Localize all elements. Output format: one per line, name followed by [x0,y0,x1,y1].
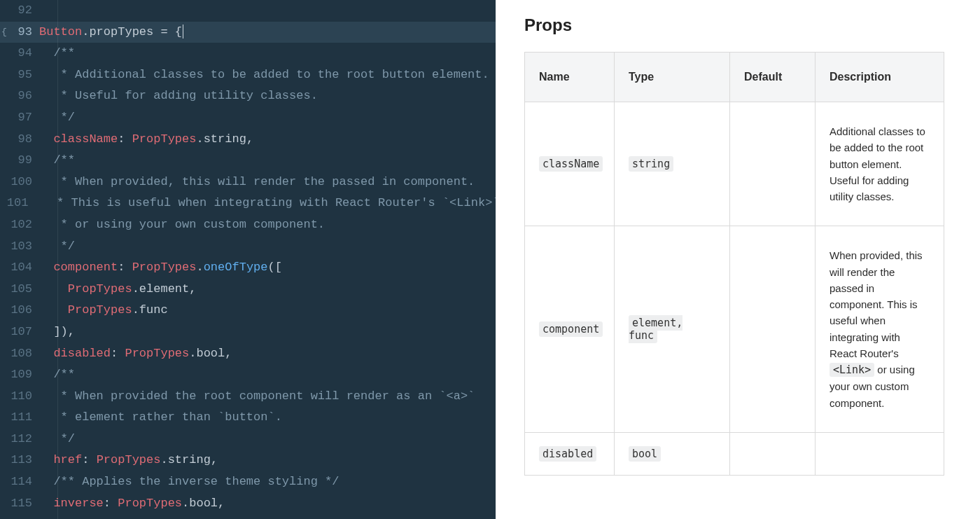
prop-default-cell [730,102,816,226]
code-content[interactable]: * This is useful when integrating with R… [35,193,496,214]
code-line[interactable]: 98 className: PropTypes.string, [0,129,496,151]
prop-type: string [629,156,673,172]
code-content[interactable]: * Additional classes to be added to the … [39,64,489,86]
code-token: /** [53,153,75,167]
code-token [39,497,53,510]
code-token: /** [53,46,75,60]
line-number: 100 [8,172,39,193]
fold-gutter[interactable] [0,150,8,172]
code-content[interactable]: PropTypes.element, [39,279,196,300]
code-line[interactable]: 97 */ [0,107,496,129]
fold-gutter[interactable] [0,257,8,279]
code-line[interactable]: 111 * element rather than `button`. [0,407,496,429]
code-token: : [118,261,132,274]
code-token [39,282,68,296]
prop-name-cell: component [525,226,615,433]
code-content[interactable]: Button.propTypes = { [39,22,183,43]
code-content[interactable]: * or using your own custom component. [39,214,325,236]
fold-gutter[interactable] [0,493,8,515]
prop-name-cell: className [525,102,615,226]
fold-gutter[interactable] [0,343,8,365]
fold-gutter[interactable] [0,386,8,408]
code-content[interactable]: className: PropTypes.string, [39,129,253,151]
code-line[interactable]: {93Button.propTypes = { [0,22,496,43]
th-default: Default [730,53,816,102]
code-token: * When provided, this will render the pa… [39,175,475,188]
code-token [39,132,53,146]
code-token: . [82,25,89,39]
code-content[interactable]: * element rather than `button`. [39,407,282,429]
code-line[interactable]: 114 /** Applies the inverse theme stylin… [0,471,496,493]
code-content[interactable]: PropTypes.func [39,300,168,321]
code-content[interactable]: * Useful for adding utility classes. [39,85,318,107]
code-line[interactable]: 96 * Useful for adding utility classes. [0,85,496,107]
code-content[interactable]: disabled: PropTypes.bool, [39,343,232,365]
code-line[interactable]: 106 PropTypes.func [0,300,496,321]
fold-gutter[interactable] [0,364,8,386]
code-token: bool [189,497,218,510]
code-token: PropTypes [68,303,132,317]
code-content[interactable]: * When provided the root component will … [39,386,475,408]
code-content[interactable]: component: PropTypes.oneOfType([ [39,257,282,279]
code-line[interactable]: 102 * or using your own custom component… [0,214,496,236]
fold-gutter[interactable] [0,85,8,107]
code-content[interactable]: /** Applies the inverse theme styling */ [39,471,339,493]
code-line[interactable]: 108 disabled: PropTypes.bool, [0,343,496,365]
fold-gutter[interactable] [0,172,8,193]
fold-gutter[interactable] [0,321,8,343]
code-token: PropTypes [132,132,197,146]
prop-name: className [539,156,603,172]
code-line[interactable]: 94 /** [0,43,496,64]
fold-gutter[interactable] [0,64,8,86]
code-token: func [139,303,168,317]
code-token: * When provided the root component will … [39,389,475,403]
fold-gutter[interactable] [0,236,8,258]
code-token: . [196,261,203,274]
fold-gutter[interactable] [0,407,8,429]
code-line[interactable]: 109 /** [0,364,496,386]
fold-gutter[interactable] [0,129,8,151]
code-line[interactable]: 99 /** [0,150,496,172]
fold-gutter[interactable] [0,514,8,519]
table-row: disabledbool [525,432,944,475]
line-number: 101 [7,193,36,214]
fold-gutter[interactable] [0,0,8,22]
code-line[interactable]: 104 component: PropTypes.oneOfType([ [0,257,496,279]
code-token: disabled [53,347,111,360]
fold-gutter[interactable] [0,429,8,450]
fold-gutter[interactable]: { [0,22,8,43]
code-line[interactable]: 107 ]), [0,321,496,343]
code-line[interactable]: 112 */ [0,429,496,450]
fold-gutter[interactable] [0,214,8,236]
props-heading: Props [524,15,952,35]
prop-default-cell [730,226,816,433]
code-content[interactable]: href: PropTypes.string, [39,450,218,471]
code-line[interactable]: 101 * This is useful when integrating wi… [0,193,496,214]
code-line[interactable]: 110 * When provided the root component w… [0,386,496,408]
code-line[interactable]: 115 inverse: PropTypes.bool, [0,493,496,515]
code-line[interactable]: 116 /** [0,514,496,519]
line-number: 108 [8,343,39,365]
code-content[interactable]: inverse: PropTypes.bool, [39,493,225,515]
fold-gutter[interactable] [0,193,7,214]
code-line[interactable]: 95 * Additional classes to be added to t… [0,64,496,86]
code-line[interactable]: 92 [0,0,496,22]
fold-gutter[interactable] [0,279,8,300]
code-line[interactable]: 105 PropTypes.element, [0,279,496,300]
code-token: /** [53,368,75,381]
code-editor[interactable]: 92{93Button.propTypes = { 94 /** 95 * Ad… [0,0,496,519]
fold-gutter[interactable] [0,450,8,471]
code-token [39,368,53,381]
prop-name-cell: disabled [525,432,615,475]
th-name: Name [525,53,615,102]
line-number: 104 [8,257,39,279]
code-line[interactable]: 100 * When provided, this will render th… [0,172,496,193]
code-line[interactable]: 113 href: PropTypes.string, [0,450,496,471]
fold-gutter[interactable] [0,107,8,129]
code-content[interactable]: * When provided, this will render the pa… [39,172,475,193]
fold-gutter[interactable] [0,471,8,493]
code-line[interactable]: 103 */ [0,236,496,258]
prop-description-cell: When provided, this will render the pass… [816,226,944,433]
fold-gutter[interactable] [0,300,8,321]
fold-gutter[interactable] [0,43,8,64]
